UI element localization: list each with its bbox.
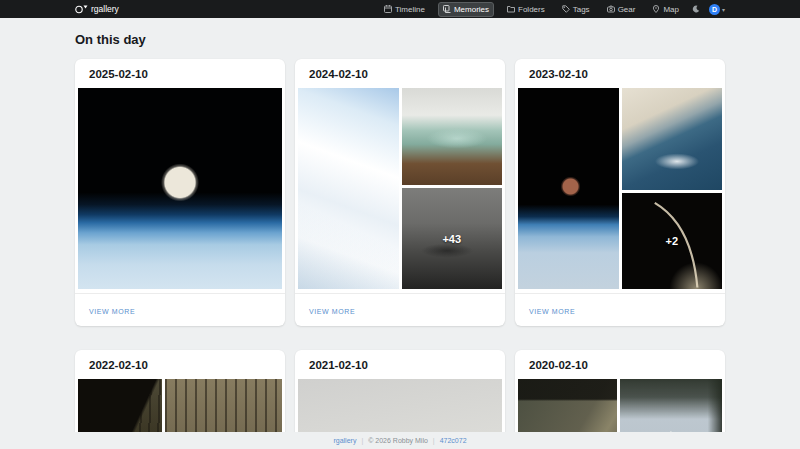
camera-icon [607, 5, 615, 13]
top-nav: rgallery Timeline Memories Folders Tags [0, 0, 800, 18]
memory-date: 2024-02-10 [295, 59, 505, 88]
photo-thumbnail[interactable] [298, 88, 399, 289]
memories-icon [443, 5, 451, 13]
memory-photos: +43 [295, 88, 505, 289]
theme-toggle-moon-icon[interactable] [692, 5, 700, 14]
nav-item-label: Memories [454, 5, 489, 14]
photo-thumbnail[interactable] [622, 88, 723, 190]
footer-copyright: © 2026 Robby Milo [368, 437, 428, 444]
photo-thumbnail[interactable]: +2 [622, 193, 723, 290]
avatar[interactable]: D [709, 4, 720, 15]
memory-date: 2022-02-10 [75, 350, 285, 379]
folder-icon [507, 5, 515, 13]
tag-icon [562, 5, 570, 13]
nav-menu: Timeline Memories Folders Tags Gear [380, 2, 725, 17]
photo-column: +2 [622, 88, 723, 289]
main-content: On this day 2025-02-10 VIEW MORE 2024-02… [0, 32, 800, 449]
memory-photos: +2 [515, 88, 725, 289]
memory-date: 2025-02-10 [75, 59, 285, 88]
memory-card: 2023-02-10 +2 VIEW MORE [515, 59, 725, 326]
card-footer: VIEW MORE [515, 293, 725, 326]
memory-date: 2020-02-10 [515, 350, 725, 379]
photo-thumbnail[interactable]: +43 [402, 188, 503, 289]
memories-grid: 2025-02-10 VIEW MORE 2024-02-10 +43 [75, 59, 725, 449]
page-title: On this day [75, 32, 725, 47]
nav-item-label: Tags [573, 5, 590, 14]
nav-item-map[interactable]: Map [648, 3, 683, 16]
footer-separator: | [361, 437, 363, 444]
footer-version-link[interactable]: 472c072 [440, 437, 467, 444]
memory-date: 2023-02-10 [515, 59, 725, 88]
nav-item-label: Folders [518, 5, 545, 14]
card-footer: VIEW MORE [75, 293, 285, 326]
chevron-down-icon: ▾ [722, 6, 725, 13]
footer-brand-link[interactable]: rgallery [333, 437, 356, 444]
rgallery-logo[interactable]: rgallery [75, 4, 119, 14]
photo-thumbnail[interactable] [518, 88, 619, 289]
map-pin-icon [652, 5, 660, 13]
photo-thumbnail[interactable] [402, 88, 503, 185]
view-more-link[interactable]: VIEW MORE [309, 308, 355, 315]
photo-thumbnail[interactable] [78, 88, 282, 289]
memory-date: 2021-02-10 [295, 350, 505, 379]
memory-photos [75, 88, 285, 289]
memory-card: 2025-02-10 VIEW MORE [75, 59, 285, 326]
timeline-icon [384, 5, 392, 13]
page-footer: rgallery | © 2026 Robby Milo | 472c072 [0, 432, 800, 449]
user-menu[interactable]: D ▾ [709, 4, 725, 15]
nav-item-label: Map [663, 5, 679, 14]
nav-item-folders[interactable]: Folders [503, 3, 549, 16]
footer-separator: | [433, 437, 435, 444]
view-more-link[interactable]: VIEW MORE [89, 308, 135, 315]
rgallery-logo-icon [75, 4, 88, 14]
nav-item-gear[interactable]: Gear [603, 3, 640, 16]
nav-item-label: Timeline [395, 5, 425, 14]
photo-column: +43 [402, 88, 503, 289]
nav-item-tags[interactable]: Tags [558, 3, 594, 16]
brand-label: rgallery [91, 4, 119, 14]
more-count-overlay: +43 [402, 188, 503, 289]
nav-item-memories[interactable]: Memories [438, 2, 494, 17]
nav-item-timeline[interactable]: Timeline [380, 3, 429, 16]
memory-card: 2024-02-10 +43 VIEW MORE [295, 59, 505, 326]
nav-item-label: Gear [618, 5, 636, 14]
more-count-overlay: +2 [622, 193, 723, 290]
view-more-link[interactable]: VIEW MORE [529, 308, 575, 315]
card-footer: VIEW MORE [295, 293, 505, 326]
